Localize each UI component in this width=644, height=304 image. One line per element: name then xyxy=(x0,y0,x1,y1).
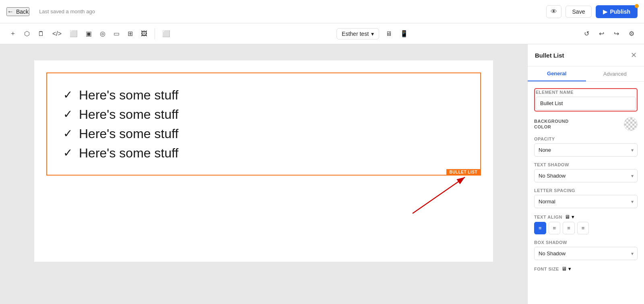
text-align-label: Text Align xyxy=(534,215,562,219)
letter-spacing-group: Letter Spacing Normal Wide Wider Tight xyxy=(534,188,638,208)
page-name-button[interactable]: Esther test ▾ xyxy=(336,28,379,39)
tab-advanced[interactable]: Advanced xyxy=(586,66,644,81)
device-buttons: 🖥 📱 xyxy=(382,28,411,39)
text-shadow-select[interactable]: No Shadow Light Shadow Medium Shadow Hea… xyxy=(534,169,638,182)
letter-spacing-select-wrapper: Normal Wide Wider Tight xyxy=(534,195,638,208)
check-icon-2: ✓ xyxy=(63,106,72,123)
back-label: Back xyxy=(16,8,29,15)
bullet-item-1: ✓ Here's some stuff xyxy=(63,85,464,105)
bg-color-swatch[interactable] xyxy=(624,117,638,131)
form-icon[interactable]: ⬜ xyxy=(66,27,81,40)
text-shadow-group: Text Shadow No Shadow Light Shadow Mediu… xyxy=(534,162,638,182)
publish-dot xyxy=(635,4,639,8)
letter-spacing-select[interactable]: Normal Wide Wider Tight xyxy=(534,195,638,208)
bullet-list-element[interactable]: ✓ Here's some stuff ✓ Here's some stuff … xyxy=(46,72,481,176)
bullet-item-2: ✓ Here's some stuff xyxy=(63,105,464,124)
save-button[interactable]: Save xyxy=(566,6,592,18)
publish-icon: ▶ xyxy=(603,8,607,15)
opacity-select[interactable]: None 10% 25% 50% 75% 100% xyxy=(534,143,638,157)
desktop-button[interactable]: 🖥 xyxy=(382,28,395,39)
panel-body: Element name BACKGROUNDCOLOR Opacity Non… xyxy=(528,82,644,278)
page-name-text: Esther test xyxy=(342,31,369,37)
layers-icon[interactable]: ⬡ xyxy=(21,27,33,40)
layout-icon[interactable]: ▣ xyxy=(83,27,95,40)
bullet-text-4: Here's some stuff xyxy=(79,143,178,163)
topbar: ← Back Last saved a month ago 👁 Save ▶ P… xyxy=(0,0,644,23)
toolbar-center: Esther test ▾ 🖥 📱 xyxy=(336,28,411,39)
panel-tabs: General Advanced xyxy=(528,66,644,82)
code-icon[interactable]: </> xyxy=(49,28,65,40)
redo-icon[interactable]: ↪ xyxy=(611,27,622,40)
align-justify-button[interactable]: ≡ xyxy=(577,222,589,234)
circle-icon[interactable]: ◎ xyxy=(97,27,109,40)
opacity-group: Opacity None 10% 25% 50% 75% 100% xyxy=(534,136,638,157)
check-icon-4: ✓ xyxy=(63,145,72,161)
box-shadow-select[interactable]: No Shadow Light Shadow Medium Shadow Hea… xyxy=(534,247,638,260)
topbar-left: ← Back Last saved a month ago xyxy=(6,7,95,16)
text-shadow-label: Text Shadow xyxy=(534,162,638,167)
align-row: ≡ ≡ ≡ ≡ xyxy=(534,222,638,234)
toolbar-divider xyxy=(155,28,155,39)
panel-title: Bullet List xyxy=(535,52,564,59)
undo-icon[interactable]: ↩ xyxy=(596,27,607,40)
saved-text: Last saved a month ago xyxy=(39,8,95,14)
align-right-button[interactable]: ≡ xyxy=(563,222,575,234)
back-arrow-icon: ← xyxy=(7,8,14,15)
add-button[interactable]: ＋ xyxy=(6,27,19,40)
split-icon[interactable]: ⬜ xyxy=(159,27,173,40)
publish-button[interactable]: ▶ Publish xyxy=(596,5,638,18)
bullet-text-1: Here's some stuff xyxy=(79,85,178,105)
canvas-inner: ✓ Here's some stuff ✓ Here's some stuff … xyxy=(34,60,493,262)
main: ✓ Here's some stuff ✓ Here's some stuff … xyxy=(0,44,644,304)
bg-color-row: BACKGROUNDCOLOR xyxy=(534,117,638,131)
right-panel: Bullet List ✕ General Advanced Element n… xyxy=(527,44,644,304)
panel-header: Bullet List ✕ xyxy=(528,44,644,66)
opacity-label: Opacity xyxy=(534,136,638,141)
preview-button[interactable]: 👁 xyxy=(546,5,561,18)
font-size-label: Font size xyxy=(534,267,559,271)
element-name-label: Element name xyxy=(536,90,636,95)
text-align-label-row: Text Align 🖥 ▾ xyxy=(534,214,638,220)
page-name-chevron: ▾ xyxy=(371,31,374,37)
bullet-item-4: ✓ Here's some stuff xyxy=(63,143,464,163)
align-left-button[interactable]: ≡ xyxy=(534,222,546,234)
bullet-text-2: Here's some stuff xyxy=(79,105,178,124)
svg-line-1 xyxy=(413,177,465,213)
check-icon-1: ✓ xyxy=(63,87,72,103)
text-shadow-select-wrapper: No Shadow Light Shadow Medium Shadow Hea… xyxy=(534,169,638,182)
history-icon[interactable]: ↺ xyxy=(581,27,592,40)
font-size-group: Font size 🖥 ▾ xyxy=(534,266,638,272)
box-shadow-label: Box Shadow xyxy=(534,240,638,245)
grid-icon[interactable]: ⊞ xyxy=(124,27,136,40)
publish-label: Publish xyxy=(610,8,630,15)
mobile-button[interactable]: 📱 xyxy=(397,28,411,39)
font-size-label-row: Font size 🖥 ▾ xyxy=(534,266,638,272)
topbar-right: 👁 Save ▶ Publish xyxy=(546,5,638,18)
settings-icon[interactable]: ⚙ xyxy=(625,27,638,40)
panel-close-button[interactable]: ✕ xyxy=(631,51,637,60)
toolbar-right: ↺ ↩ ↪ ⚙ xyxy=(581,27,638,40)
box-shadow-group: Box Shadow No Shadow Light Shadow Medium… xyxy=(534,240,638,260)
element-name-input[interactable] xyxy=(536,97,636,110)
canvas[interactable]: ✓ Here's some stuff ✓ Here's some stuff … xyxy=(0,44,527,304)
box-icon[interactable]: ▭ xyxy=(110,27,123,40)
check-icon-3: ✓ xyxy=(63,125,72,142)
toolbar: ＋ ⬡ 🗒 </> ⬜ ▣ ◎ ▭ ⊞ 🖼 ⬜ Esther test ▾ 🖥 … xyxy=(0,23,644,44)
pages-icon[interactable]: 🗒 xyxy=(35,28,47,40)
box-shadow-select-wrapper: No Shadow Light Shadow Medium Shadow Hea… xyxy=(534,247,638,260)
opacity-select-wrapper: None 10% 25% 50% 75% 100% xyxy=(534,143,638,157)
element-name-group: Element name xyxy=(534,88,638,112)
bullet-text-3: Here's some stuff xyxy=(79,124,178,143)
letter-spacing-label: Letter Spacing xyxy=(534,188,638,193)
bg-color-label: BACKGROUNDCOLOR xyxy=(534,118,569,130)
element-tag: BULLET LIST xyxy=(446,169,481,175)
font-size-monitor-icon: 🖥 ▾ xyxy=(561,266,571,272)
text-align-group: Text Align 🖥 ▾ ≡ ≡ ≡ ≡ xyxy=(534,214,638,234)
text-align-monitor-icon: 🖥 ▾ xyxy=(565,214,574,220)
back-button[interactable]: ← Back xyxy=(6,7,29,16)
tab-general[interactable]: General xyxy=(528,66,586,81)
bg-color-section: BACKGROUNDCOLOR xyxy=(534,117,638,131)
image-icon[interactable]: 🖼 xyxy=(138,28,151,40)
bullet-item-3: ✓ Here's some stuff xyxy=(63,124,464,143)
align-center-button[interactable]: ≡ xyxy=(549,222,561,234)
